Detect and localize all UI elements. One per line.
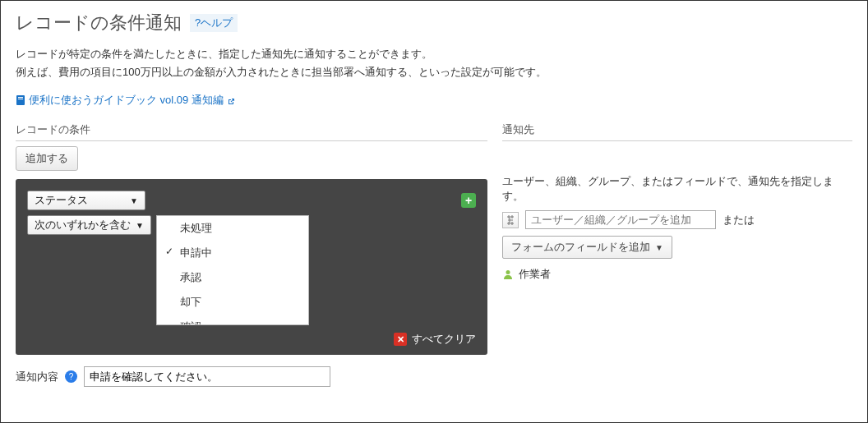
svg-rect-1 [18,97,23,98]
caret-down-icon: ▼ [130,196,138,205]
field-select[interactable]: ステータス ▼ [27,191,145,210]
svg-rect-2 [18,99,23,99]
dropdown-option[interactable]: 未処理 [157,216,308,241]
recipient-section-header: 通知先 [502,122,852,141]
description-line2: 例えば、費用の項目に100万円以上の金額が入力されたときに担当部署へ通知する、と… [16,63,852,81]
dropdown-option-label: 却下 [180,296,201,308]
svg-point-3 [506,270,510,274]
person-icon [502,269,514,280]
add-form-field-button[interactable]: フォームのフィールドを追加 ▼ [502,236,672,259]
close-icon: ✕ [394,333,407,346]
dropdown-option[interactable]: 却下 [157,290,308,315]
add-condition-icon[interactable]: + [461,193,476,208]
assignee-item: 作業者 [502,267,852,282]
recipient-description: ユーザー、組織、グループ、またはフィールドで、通知先を指定します。 [502,174,852,204]
dropdown-option-label: 申請中 [180,246,212,259]
dropdown-option-label: 確認 [180,320,201,325]
dropdown-option-label: 承認 [180,271,201,283]
external-link-icon [227,96,235,104]
clear-all-button[interactable]: ✕ すべてクリア [394,332,476,347]
user-search-input[interactable] [525,210,716,229]
operator-select[interactable]: 次のいずれかを含む ▼ [27,215,151,235]
dropdown-option[interactable]: ✓申請中 [157,241,308,265]
book-icon [16,94,25,106]
caret-down-icon: ▼ [136,221,144,230]
svg-rect-0 [16,95,25,105]
help-icon[interactable]: ? [65,370,77,383]
or-text: または [723,213,755,228]
guide-link[interactable]: 便利に使おうガイドブック vol.09 通知編 [16,93,235,108]
description-line1: レコードが特定の条件を満たしたときに、指定した通知先に通知することができます。 [16,45,852,63]
condition-section-header: レコードの条件 [16,122,487,141]
dropdown-option[interactable]: 確認 [157,315,308,325]
notification-content-input[interactable] [84,366,330,387]
org-tree-icon[interactable] [502,212,519,228]
caret-down-icon: ▼ [655,243,663,252]
page-title: レコードの条件通知 [16,11,182,35]
dropdown-option-label: 未処理 [180,222,212,234]
help-label: ヘルプ [201,16,233,29]
dropdown-option[interactable]: 承認 [157,265,308,290]
assignee-label: 作業者 [519,267,551,282]
clear-all-label: すべてクリア [412,332,476,347]
add-button[interactable]: 追加する [16,146,78,171]
field-select-value: ステータス [35,193,88,208]
status-dropdown[interactable]: 未処理✓申請中承認却下確認 [156,215,309,325]
help-link[interactable]: ?ヘルプ [190,14,238,32]
guide-text: 便利に使おうガイドブック vol.09 通知編 [29,93,224,108]
add-form-field-label: フォームのフィールドを追加 [511,240,650,255]
content-label: 通知内容 [16,370,58,384]
operator-select-value: 次のいずれかを含む [35,218,131,232]
condition-box: ステータス ▼ + 次のいずれかを含む ▼ 未処理✓申請中承認却下確認 ✕ すべ… [16,179,487,355]
check-icon: ✓ [165,246,173,257]
description: レコードが特定の条件を満たしたときに、指定した通知先に通知することができます。 … [16,45,852,81]
